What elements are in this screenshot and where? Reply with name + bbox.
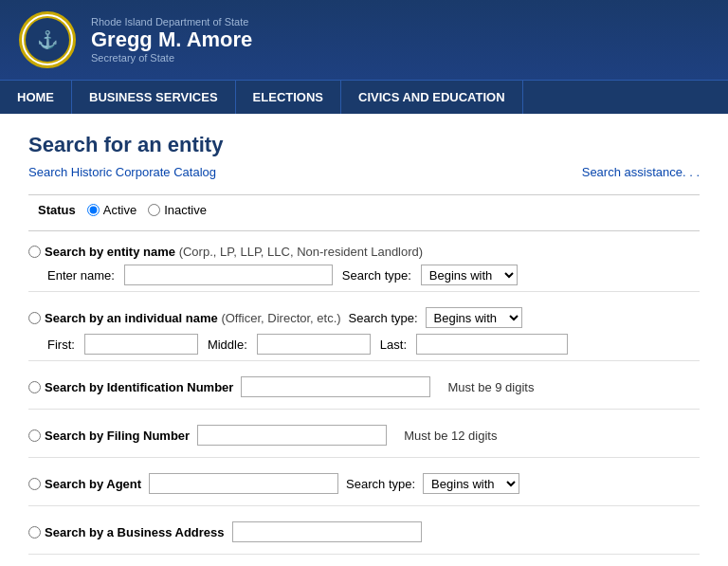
id-number-radio-label[interactable]: Search by Identification Number <box>28 380 233 394</box>
individual-name-fields: First: Middle: Last: <box>47 334 700 355</box>
header-text: Rhode Island Department of State Gregg M… <box>91 16 252 64</box>
filing-number-row: Search by Filing Number Must be 12 digit… <box>28 425 700 446</box>
section-entity-name: Search by entity name (Corp., LP, LLP, L… <box>28 239 700 292</box>
middle-label: Middle: <box>208 338 247 352</box>
business-address-radio-label[interactable]: Search by a Business Address <box>28 525 225 539</box>
filing-number-radio-label[interactable]: Search by Filing Number <box>28 429 190 443</box>
entity-name-radio[interactable] <box>28 246 41 258</box>
business-address-input[interactable] <box>232 521 422 542</box>
header-dept: Rhode Island Department of State <box>91 16 252 27</box>
first-label: First: <box>47 338 75 352</box>
individual-name-radio[interactable] <box>28 312 41 324</box>
entity-name-sublabel: (Corp., LP, LLP, LLC, Non-resident Landl… <box>179 245 424 259</box>
status-active-label: Active <box>103 203 136 217</box>
historic-catalog-link[interactable]: Search Historic Corporate Catalog <box>28 165 216 179</box>
agent-input[interactable] <box>149 473 338 494</box>
enter-name-label: Enter name: <box>47 268 115 283</box>
last-input[interactable] <box>416 334 568 355</box>
individual-name-header-row: Search by an individual name (Officer, D… <box>28 307 700 328</box>
agent-search-type-label: Search type: <box>346 477 415 491</box>
top-links: Search Historic Corporate Catalog Search… <box>28 165 700 179</box>
individual-search-type-label: Search type: <box>349 311 418 325</box>
id-number-radio[interactable] <box>28 381 41 393</box>
business-address-label: Search by a Business Address <box>45 525 225 539</box>
main-content: Search for an entity Search Historic Cor… <box>0 114 728 566</box>
nav-business-services[interactable]: BUSINESS SERVICES <box>72 81 236 114</box>
individual-name-sublabel: (Officer, Director, etc.) <box>221 311 340 325</box>
status-inactive-label: Inactive <box>164 203 207 217</box>
first-input[interactable] <box>84 334 198 355</box>
agent-search-type-select[interactable]: Begins with Contains Exact match <box>423 473 519 494</box>
individual-name-radio-label[interactable]: Search by an individual name (Officer, D… <box>28 311 341 325</box>
divider-status <box>28 230 700 231</box>
nav-elections[interactable]: ELECTIONS <box>236 81 341 114</box>
divider-top <box>28 194 700 195</box>
status-label: Status <box>38 203 76 217</box>
main-nav: HOME BUSINESS SERVICES ELECTIONS CIVICS … <box>0 80 728 114</box>
business-address-radio[interactable] <box>28 526 41 539</box>
entity-name-label: Search by entity name (Corp., LP, LLP, L… <box>45 245 423 259</box>
entity-search-type-label: Search type: <box>342 268 411 283</box>
agent-label: Search by Agent <box>45 477 141 491</box>
logo-circle: ⚓ <box>19 11 76 68</box>
status-active-radio[interactable] <box>87 204 100 216</box>
individual-search-type-select[interactable]: Begins with Contains Exact match <box>426 307 522 328</box>
filing-number-label: Search by Filing Number <box>45 429 190 443</box>
logo-icon: ⚓ <box>24 16 71 64</box>
last-label: Last: <box>380 338 407 352</box>
section-business-address: Search by a Business Address <box>28 516 700 555</box>
business-address-row: Search by a Business Address <box>28 521 700 542</box>
id-number-row: Search by Identification Number Must be … <box>28 376 700 397</box>
agent-radio[interactable] <box>28 478 41 490</box>
entity-name-radio-label[interactable]: Search by entity name (Corp., LP, LLP, L… <box>28 245 423 259</box>
filing-number-radio[interactable] <box>28 429 41 442</box>
header-name: Gregg M. Amore <box>91 27 252 52</box>
header-title: Secretary of State <box>91 52 252 64</box>
status-active-option[interactable]: Active <box>87 203 136 217</box>
filing-number-note: Must be 12 digits <box>404 429 497 443</box>
page-title: Search for an entity <box>28 133 700 157</box>
entity-name-header-row: Search by entity name (Corp., LP, LLP, L… <box>28 245 700 259</box>
individual-name-label: Search by an individual name (Officer, D… <box>45 311 341 325</box>
section-filing-number: Search by Filing Number Must be 12 digit… <box>28 419 700 458</box>
section-individual-name: Search by an individual name (Officer, D… <box>28 301 700 361</box>
middle-input[interactable] <box>257 334 371 355</box>
nav-home[interactable]: HOME <box>0 81 72 114</box>
status-inactive-option[interactable]: Inactive <box>148 203 207 217</box>
entity-search-type-select[interactable]: Begins with Contains Exact match <box>421 265 518 285</box>
search-assistance-link[interactable]: Search assistance. . . <box>582 165 700 179</box>
id-number-label: Search by Identification Number <box>45 380 233 394</box>
agent-radio-label[interactable]: Search by Agent <box>28 477 141 491</box>
id-number-input[interactable] <box>241 376 430 397</box>
enter-name-input[interactable] <box>124 265 333 285</box>
filing-number-input[interactable] <box>197 425 387 446</box>
header: ⚓ Rhode Island Department of State Gregg… <box>0 0 728 80</box>
section-agent: Search by Agent Search type: Begins with… <box>28 467 700 506</box>
status-row: Status Active Inactive <box>28 203 700 217</box>
section-id-number: Search by Identification Number Must be … <box>28 371 700 410</box>
id-number-note: Must be 9 digits <box>447 380 534 394</box>
nav-civics[interactable]: CIVICS AND EDUCATION <box>341 81 523 114</box>
status-inactive-radio[interactable] <box>148 204 160 216</box>
agent-row: Search by Agent Search type: Begins with… <box>28 473 700 494</box>
entity-name-fields: Enter name: Search type: Begins with Con… <box>47 265 700 285</box>
